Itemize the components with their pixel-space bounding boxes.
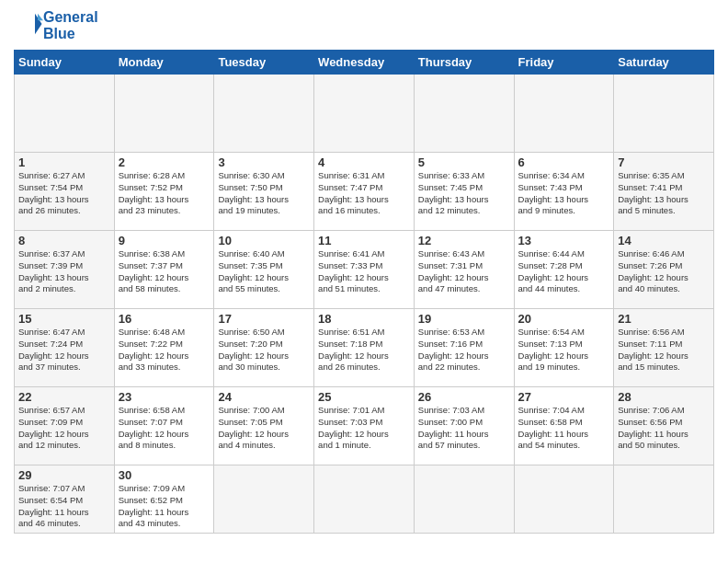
calendar-cell: 22Sunrise: 6:57 AM Sunset: 7:09 PM Dayli…: [15, 387, 115, 465]
calendar-week-0: [15, 75, 714, 153]
day-number: 6: [518, 155, 610, 169]
day-number: 24: [218, 390, 310, 404]
day-info: Sunrise: 6:51 AM Sunset: 7:18 PM Dayligh…: [318, 327, 410, 373]
calendar-cell: 8Sunrise: 6:37 AM Sunset: 7:39 PM Daylig…: [15, 231, 115, 309]
logo: General Blue: [14, 9, 98, 42]
weekday-header-saturday: Saturday: [614, 51, 714, 75]
day-info: Sunrise: 7:06 AM Sunset: 6:56 PM Dayligh…: [618, 405, 710, 452]
calendar-week-2: 8Sunrise: 6:37 AM Sunset: 7:39 PM Daylig…: [15, 231, 714, 309]
day-number: 25: [318, 390, 410, 404]
calendar-cell: 16Sunrise: 6:48 AM Sunset: 7:22 PM Dayli…: [114, 309, 214, 387]
calendar-cell: [414, 75, 514, 153]
day-number: 11: [318, 234, 410, 247]
day-number: 19: [418, 312, 510, 326]
day-info: Sunrise: 6:41 AM Sunset: 7:33 PM Dayligh…: [318, 248, 410, 295]
logo-line2: Blue: [43, 26, 98, 42]
day-number: 14: [618, 234, 710, 247]
calendar-cell: [414, 465, 514, 534]
calendar-header-row: SundayMondayTuesdayWednesdayThursdayFrid…: [15, 51, 714, 75]
day-info: Sunrise: 7:01 AM Sunset: 7:03 PM Dayligh…: [318, 405, 410, 452]
day-number: 23: [119, 390, 210, 404]
day-number: 29: [18, 468, 110, 482]
calendar-cell: [214, 465, 314, 534]
calendar-cell: 21Sunrise: 6:56 AM Sunset: 7:11 PM Dayli…: [614, 309, 714, 387]
day-number: 7: [618, 155, 710, 169]
day-info: Sunrise: 6:54 AM Sunset: 7:13 PM Dayligh…: [518, 327, 610, 373]
calendar-cell: [114, 75, 214, 153]
calendar-cell: 12Sunrise: 6:43 AM Sunset: 7:31 PM Dayli…: [414, 231, 514, 309]
calendar-cell: 13Sunrise: 6:44 AM Sunset: 7:28 PM Dayli…: [514, 231, 614, 309]
day-info: Sunrise: 6:33 AM Sunset: 7:45 PM Dayligh…: [418, 170, 510, 217]
logo-icon: [16, 10, 43, 38]
day-number: 30: [119, 468, 210, 482]
day-number: 18: [318, 312, 410, 326]
day-number: 28: [618, 390, 710, 404]
day-info: Sunrise: 7:03 AM Sunset: 7:00 PM Dayligh…: [418, 405, 510, 452]
calendar-cell: [614, 465, 714, 534]
day-number: 2: [119, 155, 210, 169]
calendar-table: SundayMondayTuesdayWednesdayThursdayFrid…: [14, 50, 714, 534]
day-info: Sunrise: 7:04 AM Sunset: 6:58 PM Dayligh…: [518, 405, 610, 452]
calendar-cell: [514, 75, 614, 153]
header: General Blue: [14, 9, 714, 42]
day-info: Sunrise: 6:37 AM Sunset: 7:39 PM Dayligh…: [18, 248, 110, 295]
main-container: General Blue SundayMondayTuesdayWednesda…: [0, 0, 728, 543]
calendar-cell: [314, 465, 415, 534]
calendar-cell: 30Sunrise: 7:09 AM Sunset: 6:52 PM Dayli…: [114, 465, 214, 534]
calendar-cell: 2Sunrise: 6:28 AM Sunset: 7:52 PM Daylig…: [114, 153, 214, 231]
logo-line1: General: [43, 9, 98, 26]
calendar-cell: 3Sunrise: 6:30 AM Sunset: 7:50 PM Daylig…: [214, 153, 314, 231]
day-info: Sunrise: 6:53 AM Sunset: 7:16 PM Dayligh…: [418, 327, 510, 373]
calendar-cell: 25Sunrise: 7:01 AM Sunset: 7:03 PM Dayli…: [314, 387, 415, 465]
weekday-header-monday: Monday: [114, 51, 214, 75]
calendar-cell: 29Sunrise: 7:07 AM Sunset: 6:54 PM Dayli…: [15, 465, 115, 534]
day-info: Sunrise: 6:28 AM Sunset: 7:52 PM Dayligh…: [119, 170, 210, 217]
day-number: 8: [18, 234, 110, 247]
day-number: 1: [18, 155, 110, 169]
day-number: 12: [418, 234, 510, 247]
day-info: Sunrise: 7:09 AM Sunset: 6:52 PM Dayligh…: [119, 483, 210, 530]
day-info: Sunrise: 6:48 AM Sunset: 7:22 PM Dayligh…: [119, 327, 210, 373]
day-number: 27: [518, 390, 610, 404]
day-info: Sunrise: 6:30 AM Sunset: 7:50 PM Dayligh…: [218, 170, 310, 217]
calendar-cell: 11Sunrise: 6:41 AM Sunset: 7:33 PM Dayli…: [314, 231, 415, 309]
day-info: Sunrise: 6:46 AM Sunset: 7:26 PM Dayligh…: [618, 248, 710, 295]
day-number: 20: [518, 312, 610, 326]
calendar-cell: 14Sunrise: 6:46 AM Sunset: 7:26 PM Dayli…: [614, 231, 714, 309]
day-info: Sunrise: 6:56 AM Sunset: 7:11 PM Dayligh…: [618, 327, 710, 373]
calendar-cell: 23Sunrise: 6:58 AM Sunset: 7:07 PM Dayli…: [114, 387, 214, 465]
day-number: 16: [119, 312, 210, 326]
day-number: 17: [218, 312, 310, 326]
calendar-cell: 24Sunrise: 7:00 AM Sunset: 7:05 PM Dayli…: [214, 387, 314, 465]
weekday-header-friday: Friday: [514, 51, 614, 75]
calendar-week-1: 1Sunrise: 6:27 AM Sunset: 7:54 PM Daylig…: [15, 153, 714, 231]
calendar-week-5: 29Sunrise: 7:07 AM Sunset: 6:54 PM Dayli…: [15, 465, 714, 534]
day-info: Sunrise: 6:27 AM Sunset: 7:54 PM Dayligh…: [18, 170, 110, 217]
calendar-cell: 18Sunrise: 6:51 AM Sunset: 7:18 PM Dayli…: [314, 309, 415, 387]
day-number: 5: [418, 155, 510, 169]
weekday-header-wednesday: Wednesday: [314, 51, 415, 75]
calendar-cell: 17Sunrise: 6:50 AM Sunset: 7:20 PM Dayli…: [214, 309, 314, 387]
calendar-cell: [614, 75, 714, 153]
calendar-cell: 20Sunrise: 6:54 AM Sunset: 7:13 PM Dayli…: [514, 309, 614, 387]
day-number: 15: [18, 312, 110, 326]
calendar-cell: 27Sunrise: 7:04 AM Sunset: 6:58 PM Dayli…: [514, 387, 614, 465]
calendar-cell: [314, 75, 415, 153]
calendar-cell: 28Sunrise: 7:06 AM Sunset: 6:56 PM Dayli…: [614, 387, 714, 465]
calendar-cell: 6Sunrise: 6:34 AM Sunset: 7:43 PM Daylig…: [514, 153, 614, 231]
day-number: 21: [618, 312, 710, 326]
day-info: Sunrise: 6:57 AM Sunset: 7:09 PM Dayligh…: [18, 405, 110, 452]
calendar-week-3: 15Sunrise: 6:47 AM Sunset: 7:24 PM Dayli…: [15, 309, 714, 387]
day-info: Sunrise: 6:38 AM Sunset: 7:37 PM Dayligh…: [119, 248, 210, 295]
day-info: Sunrise: 6:40 AM Sunset: 7:35 PM Dayligh…: [218, 248, 310, 295]
calendar-cell: 7Sunrise: 6:35 AM Sunset: 7:41 PM Daylig…: [614, 153, 714, 231]
day-info: Sunrise: 6:34 AM Sunset: 7:43 PM Dayligh…: [518, 170, 610, 217]
weekday-header-sunday: Sunday: [15, 51, 115, 75]
calendar-cell: [214, 75, 314, 153]
day-number: 3: [218, 155, 310, 169]
day-info: Sunrise: 6:35 AM Sunset: 7:41 PM Dayligh…: [618, 170, 710, 217]
day-number: 26: [418, 390, 510, 404]
day-info: Sunrise: 7:00 AM Sunset: 7:05 PM Dayligh…: [218, 405, 310, 452]
day-info: Sunrise: 6:50 AM Sunset: 7:20 PM Dayligh…: [218, 327, 310, 373]
calendar-body: 1Sunrise: 6:27 AM Sunset: 7:54 PM Daylig…: [15, 75, 714, 534]
